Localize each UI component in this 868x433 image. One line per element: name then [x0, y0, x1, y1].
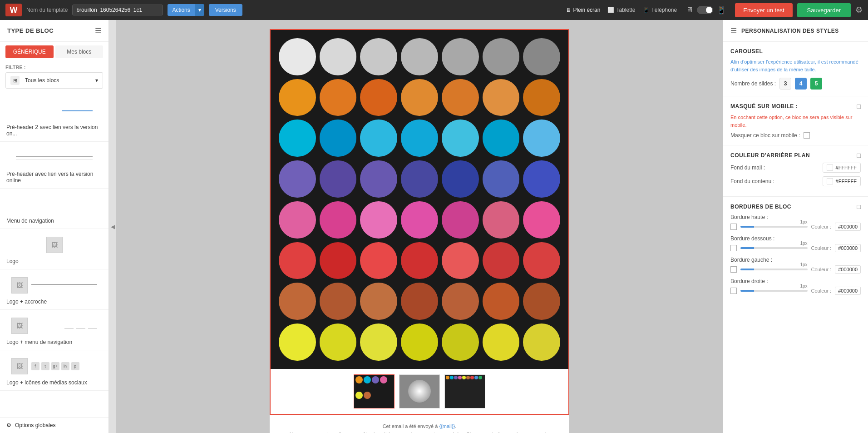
block-preview	[6, 193, 102, 216]
bordure-gauche-color-value[interactable]: #000000	[835, 265, 861, 274]
bordure-droite-row: Bordure droite : 1px Couleur : #000000	[730, 278, 861, 295]
fond-contenu-row: Fond du contenu : #FFFFFF	[730, 176, 861, 186]
bordure-dessous-value: 1px	[800, 241, 807, 246]
bordure-droite-label: Bordure droite :	[730, 278, 861, 284]
versions-button[interactable]: Versions	[209, 4, 242, 16]
fond-mail-value: #FFFFFF	[836, 165, 857, 170]
section-masque-mobile: MASQUÉ SUR MOBILE : □ En cochant cette o…	[723, 96, 868, 145]
bordure-droite-couleur-label: Couleur :	[811, 288, 832, 294]
options-globales-button[interactable]: ⚙ Options globales	[0, 417, 108, 433]
bordure-gauche-couleur-label: Couleur :	[811, 267, 832, 272]
sidebar-menu-icon[interactable]: ☰	[95, 26, 101, 35]
device-mobile-icon[interactable]: 📱	[717, 6, 726, 15]
sidebar-title: TYPE DE BLOC	[7, 27, 54, 34]
save-button[interactable]: Sauvegarder	[797, 3, 851, 17]
slides-count-4-button[interactable]: 4	[795, 78, 807, 90]
masque-mobile-info: En cochant cette option, ce bloc ne sera…	[730, 114, 861, 129]
block-preview: 🖼	[6, 274, 102, 297]
device-desktop-icon[interactable]: 🖥	[686, 6, 693, 14]
sidebar-collapse-handle[interactable]: ◀	[109, 20, 116, 433]
bordure-gauche-slider[interactable]: 1px	[740, 269, 808, 270]
view-options: 🖥 Plein écran ⬜ Tablette 📱 Téléphone	[566, 7, 677, 13]
left-sidebar: TYPE DE BLOC ☰ GÉNÉRIQUE Mes blocs FILTR…	[0, 20, 109, 433]
device-toggle[interactable]	[697, 6, 713, 14]
carousel-thumb-3[interactable]	[444, 374, 485, 408]
block-preview: 🖼	[6, 314, 102, 337]
social-icon-i: in	[61, 362, 69, 370]
block-preview	[6, 100, 102, 122]
email-canvas: Cet email a été envoyé à {{mail}}. Vous …	[270, 29, 569, 433]
masque-mobile-collapse-icon[interactable]: □	[857, 103, 861, 110]
block-list: Pré-header 2 avec lien vers la version o…	[0, 93, 108, 417]
view-telephone[interactable]: 📱 Téléphone	[643, 7, 677, 13]
list-item[interactable]: 🖼 f t g+ in p Logo + icônes de médias so…	[0, 350, 108, 391]
actions-dropdown-button[interactable]: ▾	[195, 4, 204, 16]
bordure-droite-slider[interactable]: 1px	[740, 290, 808, 292]
right-sidebar-menu-icon[interactable]: ☰	[730, 26, 737, 35]
list-item[interactable]: Menu de navigation	[0, 189, 108, 229]
bordure-haute-couleur-label: Couleur :	[811, 224, 832, 229]
fond-mail-color-dot	[827, 164, 833, 171]
bordure-dessous-label: Bordure dessous :	[730, 235, 861, 242]
bordure-haute-slider[interactable]: 1px	[740, 226, 808, 228]
fond-contenu-value: #FFFFFF	[836, 179, 857, 184]
carousel-block[interactable]	[270, 29, 569, 415]
slides-count-5-button[interactable]: 5	[810, 78, 822, 90]
template-name-input[interactable]	[72, 5, 163, 15]
bordure-dessous-color-value[interactable]: #000000	[835, 244, 861, 252]
couleur-collapse-icon[interactable]: □	[857, 152, 861, 159]
send-test-button[interactable]: Envoyer un test	[735, 3, 792, 17]
list-item[interactable]: 🖼 Logo + menu de navigation	[0, 310, 108, 350]
carousel-thumb-2[interactable]	[399, 374, 440, 408]
social-icon-g: g+	[51, 362, 59, 370]
tab-generique[interactable]: GÉNÉRIQUE	[5, 45, 54, 58]
options-globales-icon: ⚙	[6, 422, 11, 428]
view-plein-ecran[interactable]: 🖥 Plein écran	[566, 7, 600, 13]
social-icon-f: f	[31, 362, 39, 370]
list-item[interactable]: Pré-header 2 avec lien vers la version o…	[0, 95, 108, 142]
bordure-gauche-checkbox[interactable]	[730, 266, 737, 273]
fond-contenu-color-dot	[827, 178, 833, 184]
view-tablette[interactable]: ⬜ Tablette	[607, 7, 635, 13]
filter-select[interactable]: ⊞ Tous les blocs ▾	[5, 72, 103, 89]
topbar: W Nom du template Actions ▾ Versions 🖥 P…	[0, 0, 868, 20]
bordure-haute-checkbox[interactable]	[730, 224, 737, 230]
fond-mail-swatch[interactable]: #FFFFFF	[823, 163, 861, 173]
bordure-dessous-checkbox[interactable]	[730, 245, 737, 251]
settings-button[interactable]: ⚙	[855, 5, 863, 15]
fond-mail-row: Fond du mail : #FFFFFF	[730, 163, 861, 173]
masque-mobile-checkbox[interactable]	[804, 132, 810, 139]
preview-img-icon: 🖼	[11, 358, 28, 374]
filter-value: Tous les blocs	[25, 77, 59, 84]
section-carousel: CAROUSEL Afin d'optimiser l'expérience u…	[723, 42, 868, 96]
block-label: Logo + icônes de médias sociaux	[6, 379, 102, 386]
block-preview: 🖼 f t g+ in p	[6, 355, 102, 378]
couleur-section-title: COULEUR D'ARRIÈRE PLAN	[730, 152, 810, 159]
preview-img-icon: 🖼	[11, 318, 28, 334]
bordure-haute-color-value[interactable]: #000000	[835, 223, 861, 231]
block-label: Logo + menu de navigation	[6, 339, 102, 345]
fond-contenu-swatch[interactable]: #FFFFFF	[823, 176, 861, 186]
bordure-droite-color-value[interactable]: #000000	[835, 287, 861, 295]
bordure-haute-row: Bordure haute : 1px Couleur : #000000	[730, 214, 861, 231]
block-preview	[6, 146, 102, 169]
filter-label: FILTRE :	[5, 65, 103, 70]
bordure-haute-value: 1px	[800, 219, 807, 224]
footer-text-2: Vous recevez cet email car vous êtes ins…	[279, 430, 560, 433]
bordures-collapse-icon[interactable]: □	[857, 203, 861, 210]
carousel-thumb-1[interactable]	[354, 374, 395, 408]
slides-count-3-button[interactable]: 3	[779, 78, 791, 90]
list-item[interactable]: 🖼 Logo + accroche	[0, 269, 108, 310]
bordure-dessous-slider[interactable]: 1px	[740, 247, 808, 249]
bordure-droite-checkbox[interactable]	[730, 288, 737, 294]
options-globales-label: Options globales	[15, 422, 55, 428]
list-item[interactable]: Pré-header avec lien vers la version onl…	[0, 142, 108, 189]
footer-mail-link[interactable]: {{mail}}	[439, 423, 455, 429]
bordure-dessous-row: Bordure dessous : 1px Couleur : #000000	[730, 235, 861, 252]
right-sidebar: ☰ PERSONNALISATION DES STYLES CAROUSEL A…	[723, 20, 868, 433]
list-item[interactable]: 🖼 Logo	[0, 229, 108, 269]
sidebar-filter: FILTRE : ⊞ Tous les blocs ▾	[0, 62, 108, 93]
actions-button[interactable]: Actions	[168, 4, 194, 16]
template-label: Nom du template	[26, 7, 68, 13]
tab-mes-blocs[interactable]: Mes blocs	[55, 45, 104, 58]
